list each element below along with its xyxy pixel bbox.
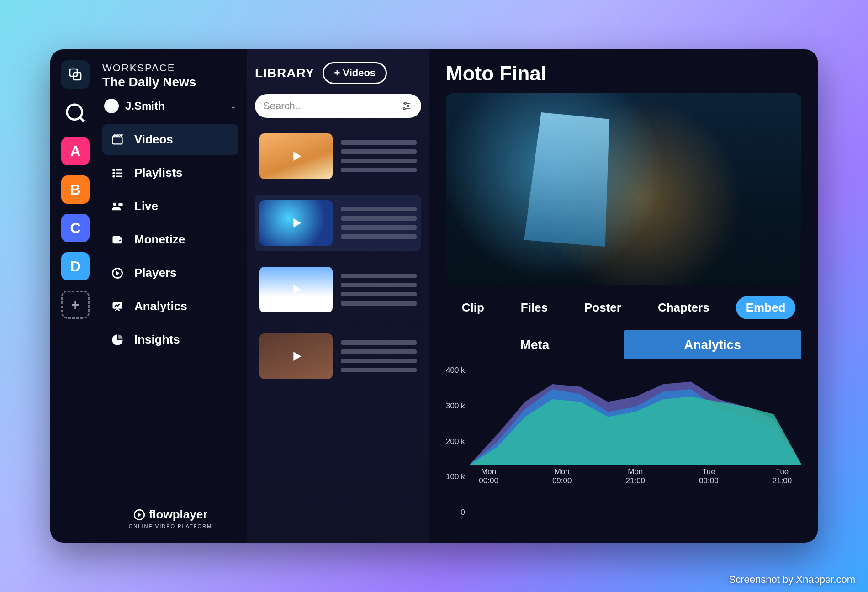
tab-files[interactable]: Files	[511, 296, 558, 319]
tab-clip[interactable]: Clip	[452, 296, 494, 319]
video-thumbnail	[259, 333, 333, 379]
page-title: Moto Final	[446, 62, 801, 85]
sidebar-nav: Videos Playlists Live Monetize	[102, 124, 238, 355]
svg-rect-4	[113, 137, 122, 144]
sidebar-item-label: Players	[134, 266, 177, 280]
play-circle-icon	[111, 266, 124, 280]
svg-rect-14	[113, 236, 120, 238]
workspace-a[interactable]: A	[61, 137, 90, 165]
library-item[interactable]	[255, 261, 421, 318]
sidebar-item-players[interactable]: Players	[102, 258, 238, 288]
list-icon	[111, 166, 124, 180]
filter-icon[interactable]	[400, 100, 413, 112]
user-name: J.Smith	[125, 100, 223, 112]
add-workspace-button[interactable]: +	[61, 291, 90, 319]
subtab-meta[interactable]: Meta	[446, 330, 624, 359]
analytics-subtabs: Meta Analytics	[446, 330, 801, 359]
workspace-d[interactable]: D	[61, 252, 90, 280]
svg-point-7	[113, 172, 114, 173]
main-panel: Moto Final Clip Files Poster Chapters Em…	[429, 49, 818, 543]
sidebar-item-monetize[interactable]: Monetize	[102, 224, 238, 255]
library-panel: LIBRARY + Videos	[247, 49, 429, 543]
detail-tabs: Clip Files Poster Chapters Embed	[446, 296, 801, 319]
user-selector[interactable]: J.Smith ⌄	[102, 96, 238, 122]
svg-point-24	[403, 108, 405, 110]
workspace-label: WORKSPACE	[102, 62, 238, 74]
library-list	[255, 128, 421, 385]
brand: flowplayer ONLINE VIDEO PLATFORM	[102, 494, 238, 534]
app-window: A B C D + WORKSPACE The Daily News J.Smi…	[50, 49, 818, 543]
svg-rect-12	[118, 203, 122, 206]
watermark: Screenshot by Xnapper.com	[729, 574, 855, 586]
item-text-placeholder	[341, 274, 417, 306]
sidebar-item-live[interactable]: Live	[102, 191, 238, 222]
sidebar: WORKSPACE The Daily News J.Smith ⌄ Video…	[101, 49, 247, 543]
search-box	[255, 94, 421, 118]
icon-rail: A B C D +	[50, 49, 101, 543]
svg-point-11	[113, 202, 116, 206]
svg-point-22	[407, 105, 409, 107]
subtab-analytics[interactable]: Analytics	[624, 330, 801, 359]
wallet-icon	[111, 233, 124, 247]
analytics-chart: 400 k 300 k 200 k 100 k 0 Mon 00:00 Mon …	[446, 364, 801, 530]
workspace-b[interactable]: B	[61, 175, 90, 204]
stack-icon[interactable]	[61, 60, 90, 89]
sidebar-item-label: Monetize	[134, 233, 185, 247]
brand-tagline: ONLINE VIDEO PLATFORM	[102, 523, 238, 529]
svg-point-9	[113, 175, 114, 176]
video-preview[interactable]	[446, 93, 801, 285]
sidebar-item-label: Playlists	[134, 166, 183, 180]
library-item[interactable]	[255, 128, 421, 185]
svg-line-3	[80, 118, 84, 121]
workspace-c[interactable]: C	[61, 214, 90, 242]
item-text-placeholder	[341, 207, 417, 239]
play-icon	[287, 148, 305, 165]
play-icon	[287, 281, 305, 298]
library-item[interactable]	[255, 328, 421, 385]
chart-y-axis: 400 k 300 k 200 k 100 k 0	[446, 364, 470, 530]
add-videos-button[interactable]: + Videos	[323, 62, 387, 84]
tab-chapters[interactable]: Chapters	[648, 296, 720, 319]
video-thumbnail	[259, 267, 333, 312]
sidebar-item-playlists[interactable]: Playlists	[102, 158, 238, 188]
sidebar-item-label: Live	[134, 199, 158, 213]
sidebar-item-insights[interactable]: Insights	[102, 324, 238, 355]
svg-point-20	[404, 102, 406, 104]
clapper-icon	[111, 133, 124, 147]
area-chart-svg	[470, 364, 801, 465]
library-item[interactable]	[255, 195, 421, 251]
sidebar-item-label: Insights	[134, 333, 180, 347]
sidebar-item-label: Videos	[134, 132, 173, 147]
sidebar-item-analytics[interactable]: Analytics	[102, 291, 238, 322]
play-icon	[287, 214, 305, 232]
chart-x-axis: Mon 00:00 Mon 09:00 Mon 21:00 Tue 09:00 …	[470, 465, 801, 486]
tab-poster[interactable]: Poster	[574, 296, 631, 319]
sidebar-item-label: Analytics	[134, 299, 187, 313]
chevron-down-icon: ⌄	[230, 101, 237, 111]
svg-point-2	[67, 105, 82, 120]
pie-icon	[111, 333, 124, 347]
video-thumbnail	[259, 133, 333, 179]
search-icon[interactable]	[61, 99, 90, 127]
item-text-placeholder	[341, 140, 417, 172]
search-input[interactable]	[263, 100, 400, 112]
tab-embed[interactable]: Embed	[736, 296, 796, 319]
workspace-name: The Daily News	[102, 75, 238, 90]
library-title: LIBRARY	[255, 66, 314, 80]
sidebar-item-videos[interactable]: Videos	[102, 124, 238, 155]
svg-point-5	[113, 169, 114, 170]
avatar	[104, 99, 119, 113]
item-text-placeholder	[341, 340, 417, 372]
presentation-icon	[111, 300, 124, 313]
brand-name: flowplayer	[149, 507, 208, 522]
play-circle-icon	[133, 509, 145, 521]
svg-point-15	[119, 239, 121, 241]
video-thumbnail	[259, 200, 333, 246]
play-icon	[287, 348, 305, 365]
live-icon	[111, 200, 124, 213]
